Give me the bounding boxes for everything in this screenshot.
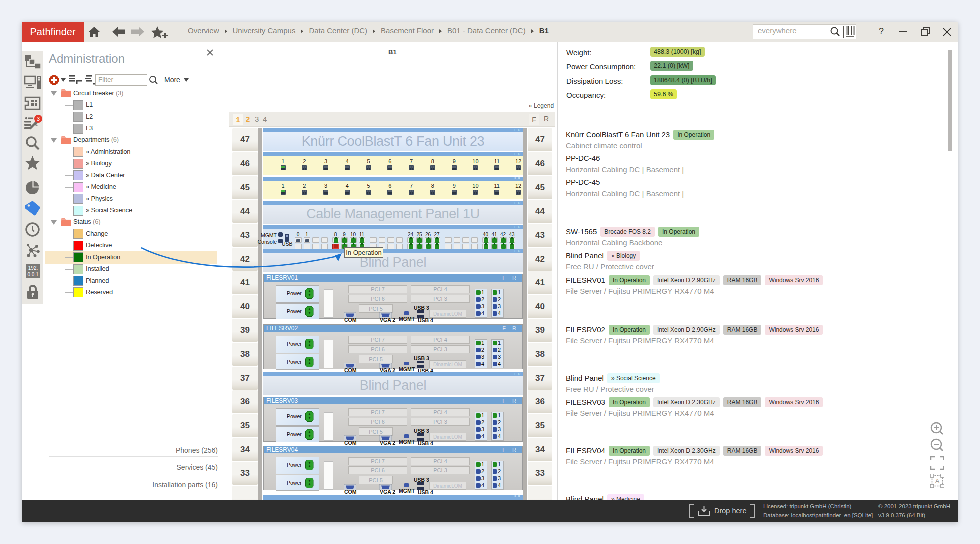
svg-text:A: A [936,477,940,485]
